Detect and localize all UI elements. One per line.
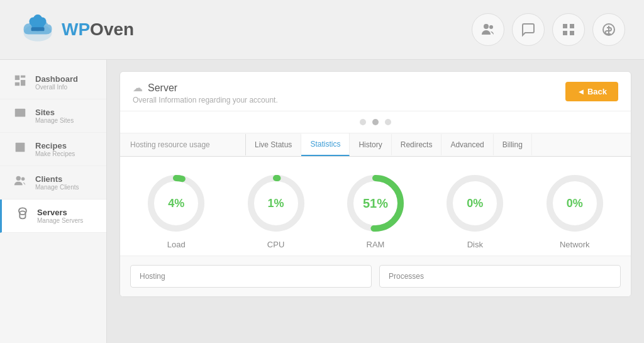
sidebar-item-sites[interactable]: Sites Manage Sites bbox=[0, 99, 106, 133]
svg-rect-11 bbox=[570, 31, 574, 35]
gauge-cpu-value: 1% bbox=[268, 197, 284, 210]
dots-bar bbox=[120, 111, 631, 133]
recipes-text: Recipes Make Recipes bbox=[35, 141, 75, 157]
panel-header: ☁ Server Overall Information regarding y… bbox=[120, 72, 631, 111]
svg-point-6 bbox=[484, 24, 489, 29]
recipes-icon bbox=[11, 140, 29, 158]
dot-1 bbox=[360, 119, 366, 125]
sidebar-item-recipes[interactable]: Recipes Make Recipes bbox=[0, 133, 106, 166]
gauge-network-value: 0% bbox=[567, 197, 583, 210]
svg-point-19 bbox=[16, 176, 21, 181]
svg-rect-13 bbox=[15, 76, 19, 80]
dollar-icon-btn[interactable] bbox=[592, 13, 625, 46]
sites-icon bbox=[11, 107, 29, 125]
dashboard-text: Dashboard Overall Info bbox=[35, 74, 78, 91]
svg-rect-10 bbox=[563, 31, 567, 35]
gauge-ram-label: RAM bbox=[367, 240, 385, 249]
svg-rect-5 bbox=[31, 27, 45, 31]
tabs-bar: Hosting resource usage Live Status Stati… bbox=[120, 133, 631, 157]
gauge-disk: 0% Disk bbox=[443, 172, 506, 249]
panel-subtitle: Overall Information regarding your accou… bbox=[133, 96, 565, 104]
panel-title: ☁ Server bbox=[133, 82, 565, 94]
logo-text: WPOven bbox=[62, 20, 134, 40]
svg-point-7 bbox=[489, 25, 493, 29]
gauge-disk-value: 0% bbox=[467, 197, 483, 210]
sidebar-item-dashboard[interactable]: Dashboard Overall Info bbox=[0, 66, 106, 99]
panel-title-area: ☁ Server Overall Information regarding y… bbox=[133, 82, 565, 104]
tab-advanced[interactable]: Advanced bbox=[441, 134, 493, 155]
gauge-ram: 51% RAM bbox=[344, 172, 407, 249]
tab-history[interactable]: History bbox=[350, 134, 391, 155]
gauge-load-value: 4% bbox=[168, 197, 184, 210]
sidebar-item-clients[interactable]: Clients Manage Clients bbox=[0, 166, 106, 200]
svg-point-21 bbox=[19, 211, 25, 215]
servers-icon bbox=[13, 207, 31, 225]
gauge-load-label: Load bbox=[167, 240, 186, 249]
gauge-ram-chart: 51% bbox=[344, 172, 407, 235]
gauge-network: 0% Network bbox=[543, 172, 606, 249]
main-content: ☁ Server Overall Information regarding y… bbox=[107, 60, 644, 343]
tab-billing[interactable]: Billing bbox=[494, 134, 532, 155]
gauge-ram-value: 51% bbox=[363, 196, 388, 211]
bottom-bar: Hosting Processes bbox=[120, 256, 631, 296]
header: WPOven bbox=[0, 0, 644, 60]
gauge-network-chart: 0% bbox=[543, 172, 606, 235]
svg-rect-18 bbox=[16, 143, 25, 152]
grid-icon-btn[interactable] bbox=[552, 13, 585, 46]
server-panel: ☁ Server Overall Information regarding y… bbox=[119, 71, 631, 297]
svg-rect-9 bbox=[570, 24, 574, 28]
dot-2 bbox=[372, 119, 379, 125]
gauge-disk-chart: 0% bbox=[443, 172, 506, 235]
gauge-cpu-chart: 1% bbox=[245, 172, 308, 235]
svg-rect-14 bbox=[21, 76, 25, 78]
clients-icon bbox=[11, 174, 29, 191]
sidebar: Dashboard Overall Info Sites Manage Site… bbox=[0, 60, 107, 343]
tab-statistics[interactable]: Statistics bbox=[301, 133, 350, 156]
tab-redirects[interactable]: Redirects bbox=[392, 134, 442, 155]
svg-rect-16 bbox=[15, 82, 19, 86]
dot-3 bbox=[385, 119, 391, 125]
gauges-area: 4% Load 1% CPU bbox=[120, 157, 631, 256]
gauge-cpu: 1% CPU bbox=[245, 172, 308, 249]
servers-text: Servers Manage Servers bbox=[37, 208, 83, 224]
svg-rect-8 bbox=[563, 24, 567, 28]
svg-rect-15 bbox=[21, 80, 25, 86]
sidebar-item-servers[interactable]: Servers Manage Servers bbox=[0, 200, 106, 233]
logo-icon bbox=[19, 11, 57, 48]
header-icons bbox=[472, 13, 625, 46]
sites-text: Sites Manage Sites bbox=[35, 108, 74, 124]
logo: WPOven bbox=[19, 11, 134, 48]
chat-icon-btn[interactable] bbox=[512, 13, 545, 46]
bottom-hosting-card: Hosting bbox=[130, 265, 372, 288]
gauge-network-label: Network bbox=[560, 240, 590, 249]
gauge-load-chart: 4% bbox=[145, 172, 208, 235]
cloud-icon: ☁ bbox=[133, 82, 143, 94]
layout: Dashboard Overall Info Sites Manage Site… bbox=[0, 60, 644, 343]
gauge-load: 4% Load bbox=[145, 172, 208, 249]
tabs-label: Hosting resource usage bbox=[120, 134, 246, 155]
users-icon-btn[interactable] bbox=[472, 13, 504, 46]
svg-rect-17 bbox=[15, 109, 26, 117]
dashboard-icon bbox=[11, 74, 29, 91]
gauge-disk-label: Disk bbox=[467, 240, 483, 249]
clients-text: Clients Manage Clients bbox=[35, 174, 79, 191]
svg-point-20 bbox=[21, 177, 25, 181]
back-button[interactable]: ◄ Back bbox=[565, 82, 618, 101]
tab-live-status[interactable]: Live Status bbox=[246, 134, 301, 155]
gauge-cpu-label: CPU bbox=[267, 240, 284, 249]
svg-point-4 bbox=[33, 14, 43, 25]
bottom-processes-card: Processes bbox=[379, 265, 621, 288]
